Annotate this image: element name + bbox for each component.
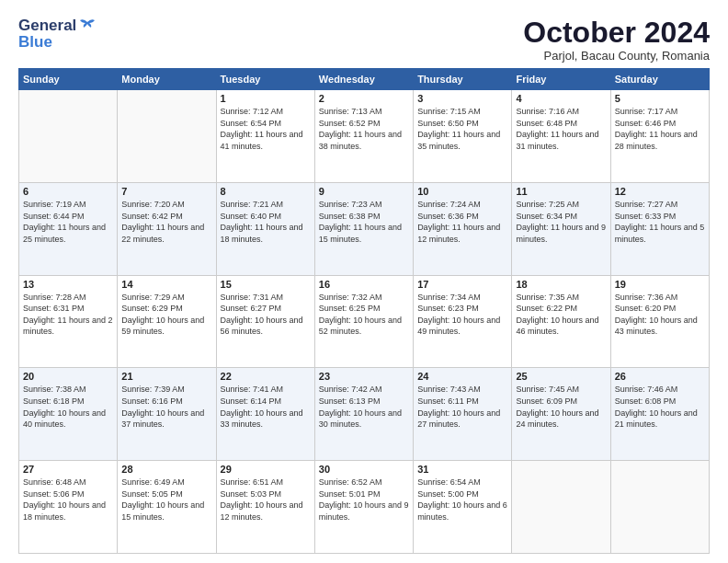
day-info: Sunrise: 7:16 AM Sunset: 6:48 PM Dayligh… [516,106,606,152]
day-number: 26 [615,371,705,382]
month-title: October 2024 [523,17,710,49]
day-info: Sunrise: 7:25 AM Sunset: 6:34 PM Dayligh… [516,199,606,245]
day-info: Sunrise: 6:52 AM Sunset: 5:01 PM Dayligh… [319,477,409,523]
calendar-week-row: 1Sunrise: 7:12 AM Sunset: 6:54 PM Daylig… [19,90,710,183]
table-row: 9Sunrise: 7:23 AM Sunset: 6:38 PM Daylig… [314,182,413,275]
day-number: 3 [417,93,507,104]
table-row: 2Sunrise: 7:13 AM Sunset: 6:52 PM Daylig… [314,90,413,183]
table-row: 30Sunrise: 6:52 AM Sunset: 5:01 PM Dayli… [314,461,413,554]
day-info: Sunrise: 7:28 AM Sunset: 6:31 PM Dayligh… [23,292,113,338]
day-info: Sunrise: 7:27 AM Sunset: 6:33 PM Dayligh… [615,199,705,245]
day-info: Sunrise: 7:13 AM Sunset: 6:52 PM Dayligh… [319,106,409,152]
calendar-week-row: 27Sunrise: 6:48 AM Sunset: 5:06 PM Dayli… [19,461,710,554]
day-info: Sunrise: 6:48 AM Sunset: 5:06 PM Dayligh… [23,477,113,523]
day-info: Sunrise: 7:46 AM Sunset: 6:08 PM Dayligh… [615,384,705,430]
calendar-week-row: 20Sunrise: 7:38 AM Sunset: 6:18 PM Dayli… [19,368,710,461]
table-row: 26Sunrise: 7:46 AM Sunset: 6:08 PM Dayli… [610,368,709,461]
calendar-header-row: Sunday Monday Tuesday Wednesday Thursday… [19,69,710,90]
day-info: Sunrise: 7:34 AM Sunset: 6:23 PM Dayligh… [417,292,507,338]
day-number: 13 [23,279,113,290]
day-info: Sunrise: 7:36 AM Sunset: 6:20 PM Dayligh… [615,292,705,338]
day-number: 6 [23,186,113,197]
day-number: 24 [417,371,507,382]
day-number: 21 [121,371,211,382]
table-row: 16Sunrise: 7:32 AM Sunset: 6:25 PM Dayli… [314,275,413,368]
table-row: 5Sunrise: 7:17 AM Sunset: 6:46 PM Daylig… [610,90,709,183]
col-friday: Friday [512,69,610,90]
day-number: 9 [319,186,409,197]
title-block: October 2024 Parjol, Bacau County, Roman… [523,17,710,63]
calendar-week-row: 13Sunrise: 7:28 AM Sunset: 6:31 PM Dayli… [19,275,710,368]
day-number: 14 [121,279,211,290]
day-info: Sunrise: 6:51 AM Sunset: 5:03 PM Dayligh… [221,477,311,523]
table-row [118,90,216,183]
day-number: 4 [516,93,606,104]
day-number: 25 [516,371,606,382]
table-row: 27Sunrise: 6:48 AM Sunset: 5:06 PM Dayli… [19,461,118,554]
table-row: 8Sunrise: 7:21 AM Sunset: 6:40 PM Daylig… [216,182,314,275]
table-row: 15Sunrise: 7:31 AM Sunset: 6:27 PM Dayli… [216,275,314,368]
day-number: 15 [221,279,311,290]
table-row: 1Sunrise: 7:12 AM Sunset: 6:54 PM Daylig… [216,90,314,183]
table-row: 20Sunrise: 7:38 AM Sunset: 6:18 PM Dayli… [19,368,118,461]
day-info: Sunrise: 7:43 AM Sunset: 6:11 PM Dayligh… [417,384,507,430]
day-info: Sunrise: 7:20 AM Sunset: 6:42 PM Dayligh… [121,199,211,245]
day-info: Sunrise: 7:29 AM Sunset: 6:29 PM Dayligh… [121,292,211,338]
day-number: 1 [221,93,311,104]
day-info: Sunrise: 7:12 AM Sunset: 6:54 PM Dayligh… [221,106,311,152]
table-row: 13Sunrise: 7:28 AM Sunset: 6:31 PM Dayli… [19,275,118,368]
day-number: 8 [221,186,311,197]
table-row: 28Sunrise: 6:49 AM Sunset: 5:05 PM Dayli… [118,461,216,554]
logo-blue: Blue [18,33,97,52]
day-info: Sunrise: 7:19 AM Sunset: 6:44 PM Dayligh… [23,199,113,245]
day-number: 23 [319,371,409,382]
day-number: 28 [121,464,211,475]
day-info: Sunrise: 7:24 AM Sunset: 6:36 PM Dayligh… [417,199,507,245]
table-row: 25Sunrise: 7:45 AM Sunset: 6:09 PM Dayli… [512,368,610,461]
col-saturday: Saturday [610,69,709,90]
table-row: 21Sunrise: 7:39 AM Sunset: 6:16 PM Dayli… [118,368,216,461]
day-number: 12 [615,186,705,197]
logo-bird-icon [78,18,97,33]
table-row: 22Sunrise: 7:41 AM Sunset: 6:14 PM Dayli… [216,368,314,461]
table-row: 24Sunrise: 7:43 AM Sunset: 6:11 PM Dayli… [414,368,512,461]
day-info: Sunrise: 7:39 AM Sunset: 6:16 PM Dayligh… [121,384,211,430]
table-row: 3Sunrise: 7:15 AM Sunset: 6:50 PM Daylig… [414,90,512,183]
table-row: 7Sunrise: 7:20 AM Sunset: 6:42 PM Daylig… [118,182,216,275]
day-number: 2 [319,93,409,104]
day-info: Sunrise: 7:23 AM Sunset: 6:38 PM Dayligh… [319,199,409,245]
day-number: 30 [319,464,409,475]
col-thursday: Thursday [414,69,512,90]
day-info: Sunrise: 7:41 AM Sunset: 6:14 PM Dayligh… [221,384,311,430]
day-number: 22 [221,371,311,382]
day-info: Sunrise: 7:21 AM Sunset: 6:40 PM Dayligh… [221,199,311,245]
day-info: Sunrise: 7:38 AM Sunset: 6:18 PM Dayligh… [23,384,113,430]
day-number: 7 [121,186,211,197]
day-number: 29 [221,464,311,475]
day-number: 27 [23,464,113,475]
table-row: 23Sunrise: 7:42 AM Sunset: 6:13 PM Dayli… [314,368,413,461]
calendar-table: Sunday Monday Tuesday Wednesday Thursday… [18,68,710,554]
table-row: 29Sunrise: 6:51 AM Sunset: 5:03 PM Dayli… [216,461,314,554]
day-number: 19 [615,279,705,290]
day-number: 31 [417,464,507,475]
day-number: 10 [417,186,507,197]
day-info: Sunrise: 7:31 AM Sunset: 6:27 PM Dayligh… [221,292,311,338]
table-row: 11Sunrise: 7:25 AM Sunset: 6:34 PM Dayli… [512,182,610,275]
col-tuesday: Tuesday [216,69,314,90]
day-info: Sunrise: 7:15 AM Sunset: 6:50 PM Dayligh… [417,106,507,152]
table-row [610,461,709,554]
day-info: Sunrise: 7:45 AM Sunset: 6:09 PM Dayligh… [516,384,606,430]
day-info: Sunrise: 7:42 AM Sunset: 6:13 PM Dayligh… [319,384,409,430]
day-info: Sunrise: 7:32 AM Sunset: 6:25 PM Dayligh… [319,292,409,338]
day-number: 18 [516,279,606,290]
day-info: Sunrise: 7:35 AM Sunset: 6:22 PM Dayligh… [516,292,606,338]
table-row: 6Sunrise: 7:19 AM Sunset: 6:44 PM Daylig… [19,182,118,275]
table-row: 4Sunrise: 7:16 AM Sunset: 6:48 PM Daylig… [512,90,610,183]
header: General Blue October 2024 Parjol, Bacau … [18,17,710,63]
table-row: 14Sunrise: 7:29 AM Sunset: 6:29 PM Dayli… [118,275,216,368]
page: General Blue October 2024 Parjol, Bacau … [0,0,728,563]
table-row: 18Sunrise: 7:35 AM Sunset: 6:22 PM Dayli… [512,275,610,368]
table-row: 31Sunrise: 6:54 AM Sunset: 5:00 PM Dayli… [414,461,512,554]
table-row: 12Sunrise: 7:27 AM Sunset: 6:33 PM Dayli… [610,182,709,275]
